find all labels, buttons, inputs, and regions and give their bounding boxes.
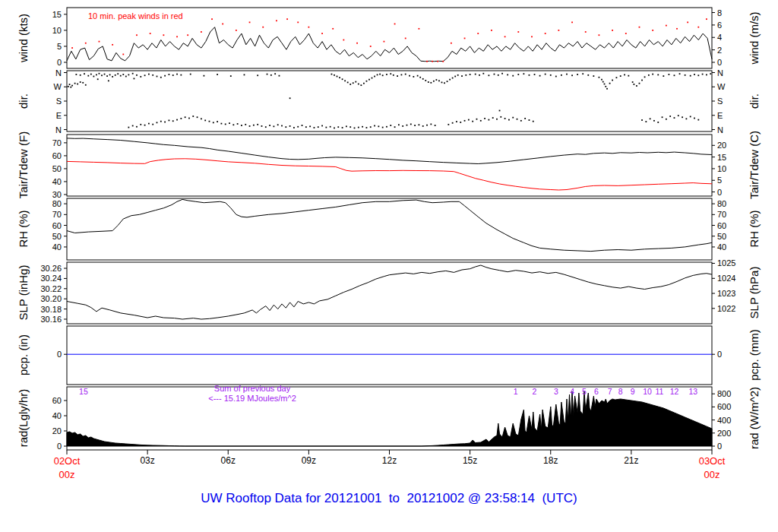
point-wind_direction_deg xyxy=(344,80,346,81)
point-wind_direction_deg xyxy=(237,123,239,125)
point-wind_direction_deg xyxy=(529,119,530,121)
point-wind_direction_deg xyxy=(128,127,129,128)
point-wind_direction_deg xyxy=(377,74,378,76)
point-wind_direction_deg xyxy=(346,125,347,127)
point-wind_direction_deg xyxy=(685,118,687,119)
point-wind_direction_deg xyxy=(90,74,92,75)
point-wind_direction_deg xyxy=(232,124,234,125)
point-wind_direction_deg xyxy=(465,74,466,76)
point-wind_direction_deg xyxy=(571,74,573,76)
point-wind_direction_deg xyxy=(413,76,414,78)
point-wind_direction_deg xyxy=(225,124,226,125)
point-wind_direction_deg xyxy=(685,74,686,76)
point-wind_direction_deg xyxy=(349,84,351,85)
point-wind_direction_deg xyxy=(606,88,608,90)
point-wind_direction_deg xyxy=(104,74,106,75)
tick-label-rh-right: 40 xyxy=(717,242,726,252)
point-wind_direction_deg xyxy=(710,73,711,74)
tick-label-pcp-left: 0 xyxy=(57,350,62,359)
point-wind_direction_deg xyxy=(269,125,270,126)
point-wind_direction_deg xyxy=(136,126,138,128)
point-wind_direction_deg xyxy=(401,74,403,76)
point-peak_wind_kts xyxy=(343,40,344,41)
point-peak_wind_kts xyxy=(71,47,73,49)
point-wind_direction_deg xyxy=(632,81,634,83)
point-wind_direction_deg xyxy=(444,82,445,84)
point-wind_direction_deg xyxy=(169,74,170,75)
point-wind_direction_deg xyxy=(390,73,391,74)
tick-label-tair-left: 30 xyxy=(52,190,62,199)
point-wind_direction_deg xyxy=(144,125,146,126)
point-wind_direction_deg xyxy=(468,119,470,121)
point-wind_direction_deg xyxy=(499,110,501,112)
point-wind_direction_deg xyxy=(604,84,606,85)
point-wind_direction_deg xyxy=(289,125,291,127)
point-wind_direction_deg xyxy=(229,122,230,124)
point-wind_direction_deg xyxy=(148,123,150,125)
point-wind_direction_deg xyxy=(106,75,108,77)
point-wind_direction_deg xyxy=(393,74,394,76)
point-wind_direction_deg xyxy=(117,73,119,74)
point-wind_direction_deg xyxy=(374,76,375,78)
rad-hour-marker-6: 6 xyxy=(594,387,599,396)
point-wind_direction_deg xyxy=(245,124,246,125)
point-wind_direction_deg xyxy=(599,77,600,78)
point-wind_direction_deg xyxy=(160,77,162,78)
point-wind_direction_deg xyxy=(108,80,109,81)
tick-label-rad-right: 400 xyxy=(717,416,731,425)
point-wind_direction_deg xyxy=(115,74,116,76)
point-wind_direction_deg xyxy=(157,76,158,78)
point-peak_wind_kts xyxy=(201,31,202,33)
tick-label-wind-right: 4 xyxy=(717,33,722,42)
point-wind_direction_deg xyxy=(657,122,659,123)
point-wind_direction_deg xyxy=(697,119,699,121)
point-wind_direction_deg xyxy=(669,74,670,75)
point-wind_direction_deg xyxy=(132,125,134,127)
point-wind_direction_deg xyxy=(87,75,89,77)
point-wind_direction_deg xyxy=(144,74,146,76)
tick-label-slp-left: 30.24 xyxy=(40,274,62,283)
point-wind_direction_deg xyxy=(164,75,166,77)
point-wind_direction_deg xyxy=(402,125,403,127)
point-wind_direction_deg xyxy=(702,74,704,75)
axis-title-rad-lgly: rad(Lgly/hr) xyxy=(16,342,31,494)
point-wind_direction_deg xyxy=(386,74,387,75)
point-wind_direction_deg xyxy=(80,81,81,83)
point-wind_direction_deg xyxy=(653,120,655,122)
point-wind_direction_deg xyxy=(217,74,218,75)
point-peak_wind_kts xyxy=(451,43,452,44)
point-wind_direction_deg xyxy=(678,115,679,116)
point-wind_direction_deg xyxy=(582,73,584,74)
rad-hour-marker-3: 3 xyxy=(554,387,558,396)
point-peak_wind_kts xyxy=(666,25,667,27)
point-wind_direction_deg xyxy=(605,86,606,87)
point-wind_direction_deg xyxy=(261,125,263,127)
rad-hour-marker-10: 10 xyxy=(643,387,652,396)
tick-label-tair-left: 70 xyxy=(52,138,62,147)
rad-sum-note-line2: <--- 15.19 MJoules/m^2 xyxy=(169,394,336,403)
point-wind_direction_deg xyxy=(645,121,647,122)
point-wind_direction_deg xyxy=(75,74,77,75)
point-wind_direction_deg xyxy=(616,77,618,78)
point-wind_direction_deg xyxy=(620,75,621,77)
point-wind_direction_deg xyxy=(419,77,421,78)
tick-label-rh-right: 50 xyxy=(717,232,726,241)
tick-label-pcp-right: 0 xyxy=(717,350,722,359)
point-peak_wind_kts xyxy=(187,34,188,36)
point-wind_direction_deg xyxy=(417,75,419,77)
point-wind_direction_deg xyxy=(325,127,327,128)
point-wind_direction_deg xyxy=(314,127,315,128)
point-wind_direction_deg xyxy=(230,75,232,77)
point-wind_direction_deg xyxy=(281,125,283,127)
point-wind_direction_deg xyxy=(293,127,295,128)
tick-label-dir-right: N xyxy=(717,68,723,78)
point-peak_wind_kts xyxy=(176,36,178,37)
point-wind_direction_deg xyxy=(601,79,602,81)
point-wind_direction_deg xyxy=(456,121,457,122)
point-wind_direction_deg xyxy=(285,126,286,128)
point-wind_direction_deg xyxy=(244,74,245,76)
point-wind_direction_deg xyxy=(449,79,451,81)
tick-label-rad-left: 40 xyxy=(52,411,62,420)
tick-label-rad-right: 600 xyxy=(717,402,731,411)
point-wind_direction_deg xyxy=(414,125,416,126)
